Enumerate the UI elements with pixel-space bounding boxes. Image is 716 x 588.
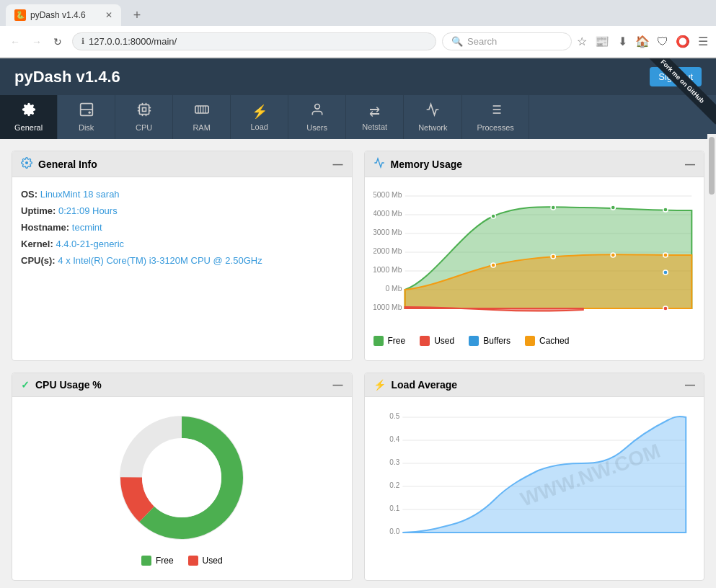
new-tab-button[interactable]: +	[127, 5, 147, 25]
legend-buffers-label: Buffers	[483, 336, 511, 346]
legend-free-label: Free	[388, 336, 406, 346]
memory-header: Memory Usage —	[365, 151, 704, 177]
reload-button[interactable]: ↻	[49, 32, 66, 52]
cpu-title: CPU Usage %	[35, 379, 102, 391]
svg-text:0.1: 0.1	[389, 504, 399, 512]
tab-general[interactable]: General	[0, 95, 58, 139]
tab-disk[interactable]: Disk	[58, 95, 115, 139]
svg-point-41	[491, 214, 495, 218]
kernel-value: 4.4.0-21-generic	[56, 239, 124, 249]
tab-users[interactable]: Users	[288, 95, 346, 139]
legend-cpu-free-dot	[141, 556, 151, 566]
svg-text:0.2: 0.2	[389, 481, 399, 489]
scrollbar[interactable]	[707, 134, 716, 588]
load-minimize[interactable]: —	[685, 379, 695, 391]
svg-text:5000 Mb: 5000 Mb	[374, 191, 402, 199]
memory-icon	[374, 157, 385, 171]
tab-network[interactable]: Network	[404, 95, 462, 139]
svg-rect-4	[139, 104, 149, 114]
os-label: OS:	[21, 189, 37, 200]
home-icon[interactable]: 🏠	[635, 35, 650, 49]
legend-cpu-free: Free	[141, 556, 174, 566]
tab-processes[interactable]: Processes	[462, 95, 529, 139]
tab-cpu-label: CPU	[136, 123, 152, 132]
general-info-icon	[21, 157, 32, 171]
disk-icon	[79, 102, 94, 120]
tab-bar: 🐍 pyDash v1.4.6 ✕ +	[0, 0, 716, 26]
tab-load[interactable]: ⚡ Load	[231, 95, 288, 139]
cpu-header: ✓ CPU Usage % —	[12, 373, 352, 397]
svg-point-26	[25, 161, 28, 164]
tab-netstat-label: Netstat	[362, 122, 387, 131]
load-header: ⚡ Load Average —	[365, 373, 704, 397]
general-info-minimize[interactable]: —	[333, 159, 343, 170]
tab-processes-label: Processes	[477, 123, 513, 132]
cpu-value: 4 x Intel(R) Core(TM) i3-3120M CPU @ 2.5…	[58, 255, 262, 266]
memory-legend: Free Used Buffers Cached	[374, 330, 696, 352]
scrollbar-thumb[interactable]	[709, 137, 715, 195]
back-button[interactable]: ←	[6, 32, 25, 52]
nav-icons: ☆ 📰 ⬇ 🏠 🛡 ⭕ ☰	[575, 35, 710, 49]
kernel-row: Kernel: 4.4.0-21-generic	[21, 236, 343, 252]
search-bar[interactable]: 🔍 Search	[442, 32, 572, 50]
browser-tab[interactable]: 🐍 pyDash v1.4.6 ✕	[6, 4, 121, 26]
cpu-icon	[137, 102, 151, 120]
cpu-legend: Free Used	[136, 550, 229, 571]
shield-icon[interactable]: 🛡	[655, 35, 670, 49]
legend-buffers-dot	[469, 336, 479, 346]
legend-free-dot	[374, 336, 384, 346]
cpu-check-icon: ✓	[21, 379, 30, 391]
tab-ram[interactable]: RAM	[173, 95, 231, 139]
kernel-label: Kernel:	[21, 239, 53, 249]
legend-used-dot	[420, 336, 430, 346]
legend-cached-label: Cached	[539, 336, 569, 346]
general-info-header: General Info —	[12, 151, 352, 177]
svg-text:0.4: 0.4	[389, 435, 399, 443]
url-text: 127.0.0.1:8000/main/	[89, 36, 427, 47]
cpu-usage-widget: ✓ CPU Usage % —	[12, 373, 353, 581]
browser-chrome: 🐍 pyDash v1.4.6 ✕ + ← → ↻ ℹ 127.0.0.1:80…	[0, 0, 716, 58]
cpu-minimize[interactable]: —	[333, 379, 343, 391]
forward-button[interactable]: →	[27, 32, 46, 52]
svg-point-50	[663, 306, 667, 311]
tab-netstat[interactable]: ⇄ Netstat	[346, 95, 404, 139]
svg-point-44	[663, 208, 667, 212]
memory-chart: 5000 Mb 4000 Mb 3000 Mb 2000 Mb 1000 Mb …	[374, 186, 696, 330]
legend-cached-dot	[525, 336, 535, 346]
os-value: LinuxMint 18 sarah	[40, 189, 120, 200]
netstat-icon: ⇄	[369, 104, 380, 120]
nav-tabs: General Disk CPU RAM ⚡ Load	[0, 95, 716, 139]
general-info-widget: General Info — OS: LinuxMint 18 sarah Up…	[12, 151, 353, 361]
users-icon	[310, 102, 324, 120]
svg-text:0.3: 0.3	[389, 458, 399, 466]
legend-cpu-used-dot	[188, 556, 198, 566]
url-bar[interactable]: ℹ 127.0.0.1:8000/main/	[72, 32, 436, 50]
svg-text:-1000 Mb: -1000 Mb	[374, 303, 402, 311]
bookmark-star-icon[interactable]: ☆	[575, 35, 589, 49]
tab-cpu[interactable]: CPU	[115, 95, 173, 139]
tab-disk-label: Disk	[79, 123, 94, 132]
reader-icon[interactable]: 📰	[595, 35, 609, 49]
load-icon: ⚡	[252, 104, 268, 120]
tab-close-button[interactable]: ✕	[105, 10, 112, 20]
pocket-icon[interactable]: ⭕	[676, 35, 690, 49]
svg-point-3	[88, 112, 90, 114]
download-icon[interactable]: ⬇	[615, 35, 629, 49]
svg-point-43	[611, 205, 615, 210]
tab-favicon: 🐍	[14, 9, 26, 21]
svg-text:0 Mb: 0 Mb	[385, 285, 402, 293]
tab-users-label: Users	[306, 123, 327, 132]
memory-minimize[interactable]: —	[685, 159, 695, 170]
main-content: General Info — OS: LinuxMint 18 sarah Up…	[0, 139, 716, 588]
processes-icon	[488, 102, 503, 120]
uptime-value: 0:21:09 Hours	[58, 205, 118, 216]
menu-icon[interactable]: ☰	[696, 35, 710, 49]
search-icon: 🔍	[451, 36, 463, 47]
legend-used: Used	[420, 336, 454, 346]
svg-point-46	[551, 254, 555, 259]
network-icon	[425, 102, 440, 120]
legend-used-label: Used	[434, 336, 454, 346]
legend-cpu-free-label: Free	[156, 556, 174, 566]
general-icon	[22, 102, 36, 120]
load-chart: 0.5 0.4 0.3 0.2 0.1 0.0 WWW.NW	[374, 406, 696, 564]
